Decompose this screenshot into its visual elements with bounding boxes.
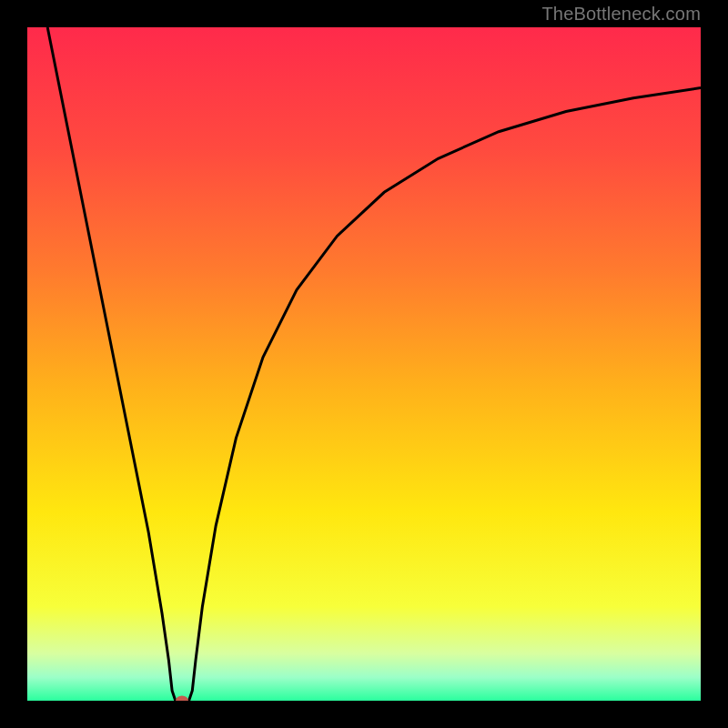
curve-layer xyxy=(27,27,701,701)
watermark-text: TheBottleneck.com xyxy=(541,4,701,25)
bottleneck-curve xyxy=(47,27,701,701)
chart-frame: TheBottleneck.com xyxy=(0,0,728,728)
optimum-marker xyxy=(176,696,188,702)
plot-area xyxy=(27,27,701,701)
